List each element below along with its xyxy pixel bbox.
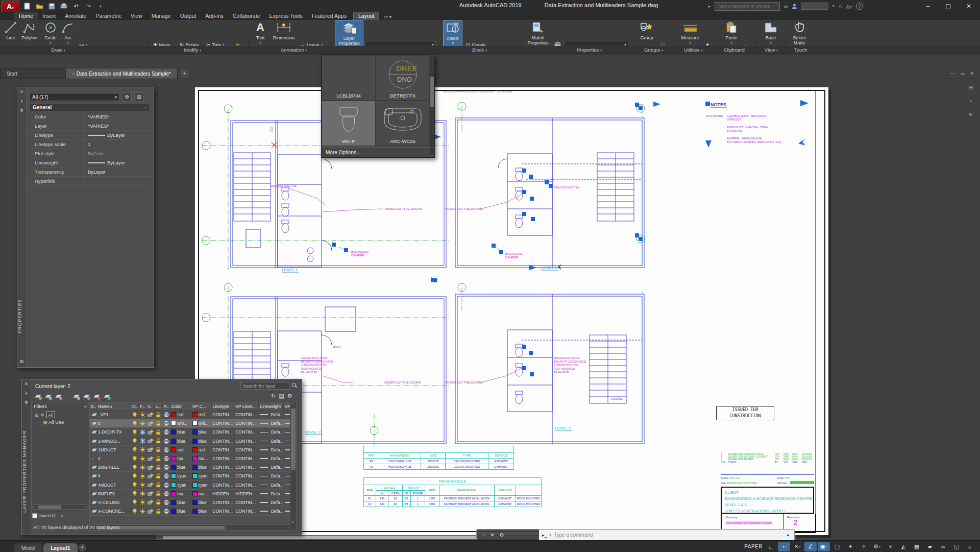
layer-settings-dialog-icon[interactable]: ▤: [279, 393, 284, 399]
layer-palette-autohide-icon[interactable]: ⊧: [22, 391, 31, 396]
clean-screen-button[interactable]: ◱: [950, 542, 963, 551]
save-icon[interactable]: [47, 2, 56, 10]
palette-autohide-icon[interactable]: ⊧: [17, 99, 26, 104]
crosshair-button[interactable]: ＋: [884, 542, 896, 551]
layer-row-vp1[interactable]: _VP1redredCONTIN...CONTIN...Defa...: [90, 411, 296, 419]
layer-row-6mflex[interactable]: 6MFLEXma...ma...HIDDENHIDDENDefa...: [90, 490, 296, 498]
properties-palette-titlebar[interactable]: ✕ ⊧ ❋ PROPERTIES ⊞: [17, 87, 27, 367]
share-link-button[interactable]: ∞: [937, 542, 949, 551]
dimension-button[interactable]: Dimension: [271, 20, 297, 40]
command-line[interactable]: ∷ ✕ ⚙ ▸_ ▾ Type a command ▲: [476, 529, 795, 541]
command-grip-icon[interactable]: ∷: [482, 532, 485, 538]
app-store-cart-icon[interactable]: ⌂: [838, 3, 842, 9]
text-button[interactable]: A Text▾: [253, 20, 267, 45]
panel-annotation[interactable]: Annotation ▾: [281, 47, 307, 53]
layer-palette-settings-icon[interactable]: ❋: [22, 400, 31, 405]
layer-new-layer-icon[interactable]: [72, 393, 80, 402]
ribbon-tab-add-ins[interactable]: Add-ins: [201, 12, 228, 20]
filter-tree-all-used[interactable]: ▣ All Use: [32, 419, 89, 425]
search-icon[interactable]: ∞: [784, 3, 788, 9]
layer-column-v[interactable]: V..: [146, 402, 155, 410]
gallery-more-options[interactable]: More Options...: [322, 147, 430, 157]
layer-row-1-windo[interactable]: 1-WINDO...blueblueCONTIN...CONTIN...Defa…: [90, 437, 296, 446]
prop-value[interactable]: ByLayer: [85, 167, 150, 176]
layer-row-a-ceiling[interactable]: A-CEILINGblueblueCONTIN...CONTIN...Defa.…: [90, 498, 296, 507]
panel-block[interactable]: Block ▾: [472, 47, 487, 53]
layer-row-2mgrille[interactable]: 2MGRILLEblueblueCONTIN...CONTIN...Defa..…: [90, 463, 296, 472]
layer-row-1mduct[interactable]: 1MDUCTredredCONTIN...CONTIN...Defa...: [90, 446, 296, 454]
panel-modify[interactable]: Modify ▾: [184, 47, 201, 53]
circle-button[interactable]: Circle▾: [42, 20, 59, 45]
line-button[interactable]: Line: [3, 20, 18, 40]
isolate-objects-button[interactable]: ◭: [897, 542, 910, 551]
new-drawing-tab-button[interactable]: +: [181, 69, 189, 78]
palette-close-icon[interactable]: ✕: [17, 89, 26, 94]
qat-customize-icon[interactable]: ▾: [96, 2, 105, 10]
filter-tree-all[interactable]: ⊟ ❖ All: [32, 412, 89, 418]
isometric-drafting-button[interactable]: ✕▾: [791, 542, 803, 551]
sign-in-caret-icon[interactable]: ▾: [832, 4, 835, 8]
ribbon-display-toggle-icon[interactable]: ▭ ▾: [383, 14, 391, 20]
command-expand-icon[interactable]: ▲: [786, 533, 790, 537]
palette-bottom-icon[interactable]: ⊞: [17, 359, 26, 364]
prop-value[interactable]: ByColor: [85, 149, 150, 158]
sign-in-icon[interactable]: [792, 7, 797, 9]
base-button[interactable]: Base▾: [761, 20, 781, 45]
file-tab-document[interactable]: ⌂Data Extraction and Multileaders Sample…: [65, 68, 178, 79]
workspace-settings-button[interactable]: ⚙▾: [871, 542, 883, 551]
autodesk-exchange-icon[interactable]: ◬▾: [846, 3, 852, 10]
hardware-acceleration-button[interactable]: ▦: [911, 542, 923, 551]
prop-value[interactable]: *VARIES*: [85, 112, 150, 121]
command-close-icon[interactable]: ✕: [490, 532, 494, 538]
layer-column-s[interactable]: S..: [90, 402, 97, 410]
layer-new-vp-layer-icon[interactable]: [83, 393, 90, 402]
layer-column-o[interactable]: O..: [131, 402, 139, 410]
layer-list-vscrollbar[interactable]: ^v: [290, 402, 296, 530]
general-section-header[interactable]: General−: [30, 104, 150, 111]
layer-column-vp-c[interactable]: VP C...: [191, 402, 212, 410]
ribbon-tab-collaborate[interactable]: Collaborate: [228, 12, 265, 20]
layer-column-vp-linet[interactable]: VP Linet...: [234, 402, 259, 410]
close-button[interactable]: ✕: [962, 3, 975, 10]
annotation-autoscale-button[interactable]: ✧: [857, 542, 870, 551]
navbar-menu-icon[interactable]: ≡: [969, 111, 973, 117]
prop-row-color[interactable]: Color*VARIES*: [30, 112, 150, 122]
layer-row-4mduct[interactable]: 4MDUCTcyancyanCONTIN...CONTIN...Defa...: [90, 481, 296, 490]
layer-new-property-filter-icon[interactable]: [34, 393, 42, 402]
collapse-filters-icon[interactable]: «: [84, 403, 87, 409]
drawing-window-controls[interactable]: — ▭ ✕: [950, 71, 976, 76]
help-icon[interactable]: ?: [856, 3, 863, 10]
panel-view[interactable]: View ▾: [765, 47, 778, 53]
search-topics-icon[interactable]: ▸: [708, 4, 710, 9]
gallery-scrollbar[interactable]: [430, 56, 434, 155]
ribbon-tab-featured-apps[interactable]: Featured Apps: [307, 12, 351, 20]
prop-row-lineweight[interactable]: LineweightByLayer: [30, 158, 150, 167]
layer-column-l[interactable]: L...: [155, 402, 163, 410]
layout1-tab[interactable]: Layout1: [43, 543, 77, 552]
layer-column-lineweight[interactable]: Lineweight: [259, 402, 283, 410]
panel-touch[interactable]: Touch: [794, 47, 807, 53]
ribbon-tab-express-tools[interactable]: Express Tools: [264, 12, 307, 20]
prop-row-hyperlink[interactable]: Hyperlink: [30, 177, 150, 186]
plot-icon[interactable]: [59, 2, 68, 10]
sign-in-field[interactable]: [801, 3, 828, 10]
block-gallery-item-wc-p[interactable]: WC-P: [322, 101, 376, 146]
prop-value[interactable]: ByLayer: [85, 131, 150, 139]
layer-row-4[interactable]: 4cyancyanCONTIN...CONTIN...Defa...: [90, 472, 296, 481]
command-input[interactable]: ▸_ ▾ Type a command ▲: [539, 530, 794, 540]
layer-column-name[interactable]: Name ▲: [97, 402, 131, 410]
selection-filter-dropdown[interactable]: All (17)▾: [30, 93, 119, 101]
match-properties-button[interactable]: Match Properties: [525, 20, 551, 45]
ortho-mode-button[interactable]: ∠: [804, 542, 817, 551]
panel-clipboard[interactable]: Clipboard: [724, 47, 745, 53]
select-mode-button[interactable]: Select Mode: [788, 20, 811, 45]
layer-search-input[interactable]: Search for layer: [240, 382, 289, 390]
toggle-pickadd-icon[interactable]: ⊕: [122, 92, 132, 102]
panel-groups[interactable]: Groups ▾: [644, 47, 663, 53]
new-layout-button[interactable]: +: [79, 544, 86, 551]
prop-value[interactable]: ByLayer: [85, 158, 150, 167]
command-customize-icon[interactable]: ⚙: [500, 532, 504, 538]
invert-filter-checkbox[interactable]: Invert fil«: [32, 513, 63, 518]
selection-cycling-button[interactable]: ▢: [831, 542, 843, 551]
graphics-performance-button[interactable]: ▰: [924, 542, 936, 551]
